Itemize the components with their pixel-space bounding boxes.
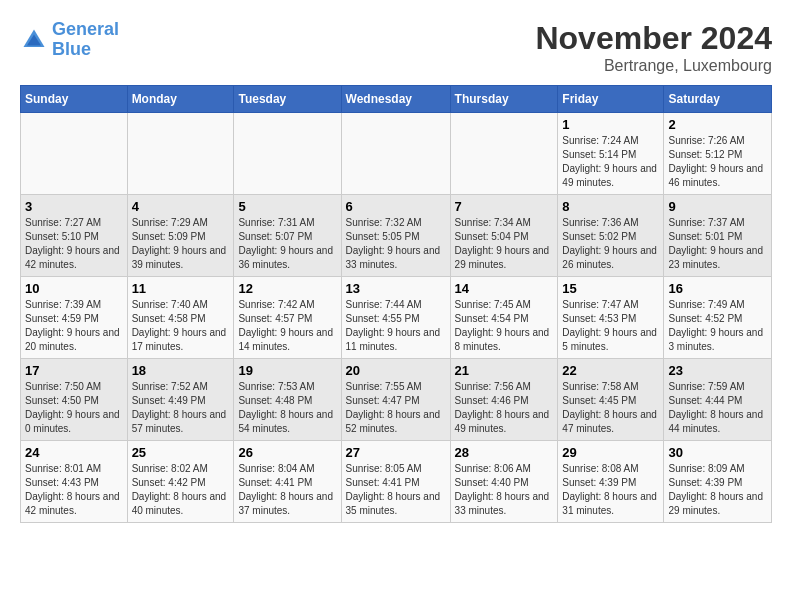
day-number: 30: [668, 445, 767, 460]
calendar-cell: 14Sunrise: 7:45 AM Sunset: 4:54 PM Dayli…: [450, 277, 558, 359]
calendar-cell: 7Sunrise: 7:34 AM Sunset: 5:04 PM Daylig…: [450, 195, 558, 277]
calendar-cell: 3Sunrise: 7:27 AM Sunset: 5:10 PM Daylig…: [21, 195, 128, 277]
calendar-cell: 2Sunrise: 7:26 AM Sunset: 5:12 PM Daylig…: [664, 113, 772, 195]
day-info: Sunrise: 7:34 AM Sunset: 5:04 PM Dayligh…: [455, 216, 554, 272]
day-number: 7: [455, 199, 554, 214]
col-tuesday: Tuesday: [234, 86, 341, 113]
calendar-cell: 29Sunrise: 8:08 AM Sunset: 4:39 PM Dayli…: [558, 441, 664, 523]
day-info: Sunrise: 7:29 AM Sunset: 5:09 PM Dayligh…: [132, 216, 230, 272]
col-thursday: Thursday: [450, 86, 558, 113]
calendar-cell: 17Sunrise: 7:50 AM Sunset: 4:50 PM Dayli…: [21, 359, 128, 441]
calendar-cell: 28Sunrise: 8:06 AM Sunset: 4:40 PM Dayli…: [450, 441, 558, 523]
day-number: 10: [25, 281, 123, 296]
logo-text: General Blue: [52, 20, 119, 60]
calendar-week-2: 3Sunrise: 7:27 AM Sunset: 5:10 PM Daylig…: [21, 195, 772, 277]
day-info: Sunrise: 8:01 AM Sunset: 4:43 PM Dayligh…: [25, 462, 123, 518]
col-saturday: Saturday: [664, 86, 772, 113]
calendar-cell: 27Sunrise: 8:05 AM Sunset: 4:41 PM Dayli…: [341, 441, 450, 523]
day-number: 5: [238, 199, 336, 214]
day-number: 15: [562, 281, 659, 296]
day-info: Sunrise: 7:42 AM Sunset: 4:57 PM Dayligh…: [238, 298, 336, 354]
day-info: Sunrise: 7:58 AM Sunset: 4:45 PM Dayligh…: [562, 380, 659, 436]
logo-line2: Blue: [52, 39, 91, 59]
calendar-cell: 15Sunrise: 7:47 AM Sunset: 4:53 PM Dayli…: [558, 277, 664, 359]
day-number: 27: [346, 445, 446, 460]
day-info: Sunrise: 7:49 AM Sunset: 4:52 PM Dayligh…: [668, 298, 767, 354]
calendar-cell: 21Sunrise: 7:56 AM Sunset: 4:46 PM Dayli…: [450, 359, 558, 441]
calendar-cell: 30Sunrise: 8:09 AM Sunset: 4:39 PM Dayli…: [664, 441, 772, 523]
day-number: 12: [238, 281, 336, 296]
day-info: Sunrise: 7:27 AM Sunset: 5:10 PM Dayligh…: [25, 216, 123, 272]
day-number: 6: [346, 199, 446, 214]
calendar-cell: 11Sunrise: 7:40 AM Sunset: 4:58 PM Dayli…: [127, 277, 234, 359]
day-info: Sunrise: 7:50 AM Sunset: 4:50 PM Dayligh…: [25, 380, 123, 436]
day-number: 16: [668, 281, 767, 296]
calendar-cell: [21, 113, 128, 195]
day-number: 23: [668, 363, 767, 378]
logo-icon: [20, 26, 48, 54]
calendar-cell: 16Sunrise: 7:49 AM Sunset: 4:52 PM Dayli…: [664, 277, 772, 359]
day-number: 8: [562, 199, 659, 214]
day-number: 3: [25, 199, 123, 214]
day-info: Sunrise: 7:55 AM Sunset: 4:47 PM Dayligh…: [346, 380, 446, 436]
day-number: 17: [25, 363, 123, 378]
day-number: 29: [562, 445, 659, 460]
day-number: 26: [238, 445, 336, 460]
day-number: 28: [455, 445, 554, 460]
col-sunday: Sunday: [21, 86, 128, 113]
day-number: 21: [455, 363, 554, 378]
calendar-cell: 18Sunrise: 7:52 AM Sunset: 4:49 PM Dayli…: [127, 359, 234, 441]
calendar-table: Sunday Monday Tuesday Wednesday Thursday…: [20, 85, 772, 523]
calendar-cell: 19Sunrise: 7:53 AM Sunset: 4:48 PM Dayli…: [234, 359, 341, 441]
day-number: 2: [668, 117, 767, 132]
calendar-cell: 4Sunrise: 7:29 AM Sunset: 5:09 PM Daylig…: [127, 195, 234, 277]
day-info: Sunrise: 7:36 AM Sunset: 5:02 PM Dayligh…: [562, 216, 659, 272]
calendar-cell: [234, 113, 341, 195]
day-number: 22: [562, 363, 659, 378]
title-block: November 2024 Bertrange, Luxembourg: [535, 20, 772, 75]
calendar-cell: 13Sunrise: 7:44 AM Sunset: 4:55 PM Dayli…: [341, 277, 450, 359]
logo: General Blue: [20, 20, 119, 60]
day-info: Sunrise: 7:59 AM Sunset: 4:44 PM Dayligh…: [668, 380, 767, 436]
calendar-cell: 8Sunrise: 7:36 AM Sunset: 5:02 PM Daylig…: [558, 195, 664, 277]
day-number: 18: [132, 363, 230, 378]
day-info: Sunrise: 7:40 AM Sunset: 4:58 PM Dayligh…: [132, 298, 230, 354]
day-number: 4: [132, 199, 230, 214]
calendar-body: 1Sunrise: 7:24 AM Sunset: 5:14 PM Daylig…: [21, 113, 772, 523]
calendar-week-3: 10Sunrise: 7:39 AM Sunset: 4:59 PM Dayli…: [21, 277, 772, 359]
col-wednesday: Wednesday: [341, 86, 450, 113]
day-info: Sunrise: 7:56 AM Sunset: 4:46 PM Dayligh…: [455, 380, 554, 436]
location-subtitle: Bertrange, Luxembourg: [535, 57, 772, 75]
day-info: Sunrise: 7:37 AM Sunset: 5:01 PM Dayligh…: [668, 216, 767, 272]
day-info: Sunrise: 7:52 AM Sunset: 4:49 PM Dayligh…: [132, 380, 230, 436]
col-monday: Monday: [127, 86, 234, 113]
day-info: Sunrise: 8:02 AM Sunset: 4:42 PM Dayligh…: [132, 462, 230, 518]
day-number: 24: [25, 445, 123, 460]
day-info: Sunrise: 7:32 AM Sunset: 5:05 PM Dayligh…: [346, 216, 446, 272]
calendar-cell: [450, 113, 558, 195]
header-row: Sunday Monday Tuesday Wednesday Thursday…: [21, 86, 772, 113]
calendar-cell: 1Sunrise: 7:24 AM Sunset: 5:14 PM Daylig…: [558, 113, 664, 195]
day-info: Sunrise: 8:04 AM Sunset: 4:41 PM Dayligh…: [238, 462, 336, 518]
day-info: Sunrise: 7:26 AM Sunset: 5:12 PM Dayligh…: [668, 134, 767, 190]
calendar-week-1: 1Sunrise: 7:24 AM Sunset: 5:14 PM Daylig…: [21, 113, 772, 195]
day-info: Sunrise: 8:09 AM Sunset: 4:39 PM Dayligh…: [668, 462, 767, 518]
calendar-cell: 22Sunrise: 7:58 AM Sunset: 4:45 PM Dayli…: [558, 359, 664, 441]
calendar-cell: 26Sunrise: 8:04 AM Sunset: 4:41 PM Dayli…: [234, 441, 341, 523]
day-info: Sunrise: 7:44 AM Sunset: 4:55 PM Dayligh…: [346, 298, 446, 354]
day-number: 1: [562, 117, 659, 132]
day-info: Sunrise: 7:45 AM Sunset: 4:54 PM Dayligh…: [455, 298, 554, 354]
day-number: 14: [455, 281, 554, 296]
calendar-cell: [341, 113, 450, 195]
day-number: 25: [132, 445, 230, 460]
calendar-week-4: 17Sunrise: 7:50 AM Sunset: 4:50 PM Dayli…: [21, 359, 772, 441]
day-number: 19: [238, 363, 336, 378]
calendar-cell: 24Sunrise: 8:01 AM Sunset: 4:43 PM Dayli…: [21, 441, 128, 523]
page-header: General Blue November 2024 Bertrange, Lu…: [20, 20, 772, 75]
calendar-cell: 23Sunrise: 7:59 AM Sunset: 4:44 PM Dayli…: [664, 359, 772, 441]
col-friday: Friday: [558, 86, 664, 113]
calendar-cell: 20Sunrise: 7:55 AM Sunset: 4:47 PM Dayli…: [341, 359, 450, 441]
day-info: Sunrise: 8:05 AM Sunset: 4:41 PM Dayligh…: [346, 462, 446, 518]
calendar-cell: 5Sunrise: 7:31 AM Sunset: 5:07 PM Daylig…: [234, 195, 341, 277]
calendar-cell: 12Sunrise: 7:42 AM Sunset: 4:57 PM Dayli…: [234, 277, 341, 359]
